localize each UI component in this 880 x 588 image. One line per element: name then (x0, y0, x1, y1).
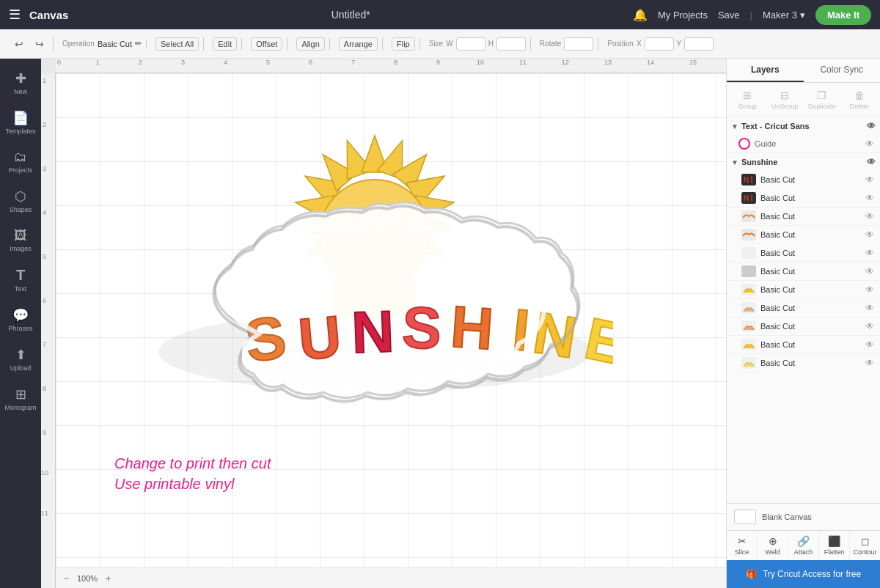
projects-icon: 🗂 (14, 150, 27, 165)
edit-button[interactable]: Edit (213, 37, 237, 51)
ungroup-button[interactable]: ⊟ UnGroup (767, 87, 803, 112)
operation-value[interactable]: Basic Cut (98, 40, 132, 48)
undo-button[interactable]: ↩ (10, 37, 28, 51)
sidebar-item-templates[interactable]: 📄 Templates (0, 104, 41, 141)
flatten-button[interactable]: ⬛ Flatten (819, 531, 850, 560)
layer-eye-1[interactable]: 👁 (865, 193, 874, 203)
sunshine-group-eye-icon[interactable]: 👁 (867, 157, 876, 167)
layer-item-10[interactable]: Basic Cut 👁 (727, 354, 880, 372)
zoom-out-button[interactable]: － (62, 572, 71, 585)
group-text-cricut-sans[interactable]: ▼ Text - Cricut Sans 👁 (727, 117, 880, 135)
bell-icon[interactable]: 🔔 (633, 8, 648, 22)
guide-eye-icon[interactable]: 👁 (865, 139, 874, 149)
layer-name-8: Basic Cut (760, 322, 861, 331)
main-layout: ✚ New 📄 Templates 🗂 Projects ⬡ Shapes 🖼 … (0, 59, 880, 588)
sidebar-item-monogram[interactable]: ⊞ Monogram (0, 381, 41, 417)
layer-item-1[interactable]: N Basic Cut 👁 (727, 189, 880, 207)
tab-color-sync[interactable]: Color Sync (804, 59, 881, 82)
layer-eye-3[interactable]: 👁 (865, 229, 874, 240)
height-input[interactable] (496, 37, 526, 51)
sidebar-item-text[interactable]: T Text (0, 261, 41, 298)
slice-button[interactable]: ✂ Slice (727, 531, 758, 560)
layer-item-guide[interactable]: Guide 👁 (727, 135, 880, 153)
layer-thumb-3 (741, 229, 756, 240)
my-projects-link[interactable]: My Projects (658, 10, 708, 21)
layer-eye-2[interactable]: 👁 (865, 211, 874, 221)
layer-thumb-1: N (741, 192, 756, 204)
make-it-button[interactable]: Make It (815, 5, 871, 25)
blank-canvas-button[interactable]: Blank Canvas (727, 503, 880, 530)
delete-button[interactable]: 🗑 Delete (841, 87, 877, 112)
canvas-area[interactable]: 0 1 2 3 4 5 6 7 8 9 10 11 12 13 14 15 1 … (41, 59, 726, 588)
sidebar-item-phrases[interactable]: 💬 Phrases (0, 301, 41, 338)
undo-redo-section: ↩ ↪ (6, 37, 54, 51)
layer-eye-7[interactable]: 👁 (865, 303, 874, 313)
sidebar-item-upload[interactable]: ⬆ Upload (0, 341, 41, 378)
contour-button[interactable]: ◻ Contour (850, 531, 880, 560)
edit-section: Edit (208, 37, 242, 51)
x-input[interactable] (645, 37, 674, 51)
layer-thumb-9 (741, 339, 756, 350)
cricut-access-bar[interactable]: 🎁 Try Cricut Access for free (727, 560, 880, 588)
offset-button[interactable]: Offset (251, 37, 282, 51)
select-all-button[interactable]: Select All (155, 37, 199, 51)
blank-canvas-label: Blank Canvas (762, 512, 812, 521)
images-icon: 🖼 (14, 228, 27, 243)
zoom-in-button[interactable]: ＋ (103, 572, 113, 585)
sidebar-item-new[interactable]: ✚ New (0, 65, 41, 101)
weld-button[interactable]: ⊕ Weld (758, 531, 788, 560)
layers-list: ▼ Text - Cricut Sans 👁 Guide 👁 ▼ Sunshin… (727, 117, 880, 503)
group-name: Text - Cricut Sans (741, 122, 810, 131)
redo-button[interactable]: ↪ (31, 37, 48, 51)
layer-item-2[interactable]: Basic Cut 👁 (727, 207, 880, 226)
layer-eye-0[interactable]: 👁 (865, 174, 874, 185)
sunshine-group-name: Sunshine (741, 158, 778, 166)
layer-item-5[interactable]: Basic Cut 👁 (727, 262, 880, 281)
layer-item-7[interactable]: Basic Cut 👁 (727, 299, 880, 317)
y-input[interactable] (684, 37, 714, 51)
tab-layers[interactable]: Layers (727, 59, 804, 82)
sidebar-item-monogram-label: Monogram (4, 404, 36, 411)
attach-label: Attach (794, 548, 813, 556)
layer-eye-8[interactable]: 👁 (865, 321, 874, 331)
attach-icon: 🔗 (797, 535, 810, 547)
phrases-icon: 💬 (12, 307, 29, 323)
sidebar-item-text-label: Text (15, 285, 27, 293)
sidebar-item-projects[interactable]: 🗂 Projects (0, 144, 41, 180)
group-sunshine[interactable]: ▼ Sunshine 👁 (727, 153, 880, 171)
layer-eye-10[interactable]: 👁 (865, 358, 874, 368)
group-eye-icon[interactable]: 👁 (867, 121, 876, 131)
layer-eye-9[interactable]: 👁 (865, 339, 874, 350)
text-icon: T (16, 267, 25, 284)
size-label: Size (429, 40, 443, 48)
canvas-background[interactable]: S U N S H I N E (56, 73, 726, 567)
contour-icon: ◻ (861, 535, 870, 547)
group-button[interactable]: ⊞ Group (730, 87, 766, 112)
align-button[interactable]: Align (296, 37, 324, 51)
layer-eye-4[interactable]: 👁 (865, 248, 874, 258)
attach-button[interactable]: 🔗 Attach (788, 531, 819, 560)
layer-eye-6[interactable]: 👁 (865, 284, 874, 295)
divider: | (750, 10, 752, 21)
rotate-input[interactable] (564, 37, 593, 51)
layer-eye-5[interactable]: 👁 (865, 266, 874, 276)
width-input[interactable] (456, 37, 485, 51)
layer-item-4[interactable]: Basic Cut 👁 (727, 244, 880, 262)
maker-selector[interactable]: Maker 3 ▾ (763, 10, 805, 21)
sidebar-item-images[interactable]: 🖼 Images (0, 222, 41, 258)
save-button[interactable]: Save (718, 10, 740, 21)
svg-text:H: H (449, 294, 496, 362)
layer-item-6[interactable]: Basic Cut 👁 (727, 281, 880, 299)
position-section: Position X Y (603, 37, 718, 51)
menu-icon[interactable]: ☰ (9, 7, 21, 23)
flip-button[interactable]: Flip (392, 37, 415, 51)
duplicate-button[interactable]: ❐ Duplicate (804, 87, 840, 112)
layer-item-8[interactable]: Basic Cut 👁 (727, 317, 880, 336)
layer-name-10: Basic Cut (760, 359, 861, 367)
arrange-button[interactable]: Arrange (339, 37, 378, 51)
select-all-section: Select All (151, 37, 204, 51)
layer-item-0[interactable]: N Basic Cut 👁 (727, 171, 880, 189)
layer-item-3[interactable]: Basic Cut 👁 (727, 226, 880, 244)
sidebar-item-shapes[interactable]: ⬡ Shapes (0, 183, 41, 219)
layer-item-9[interactable]: Basic Cut 👁 (727, 336, 880, 354)
